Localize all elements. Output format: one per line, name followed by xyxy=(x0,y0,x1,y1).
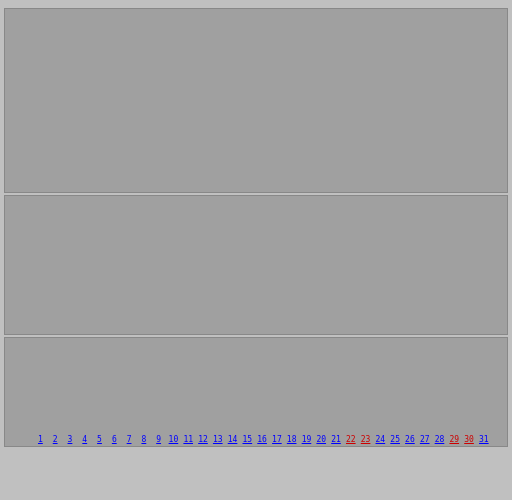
x-label[interactable]: 25 xyxy=(388,435,403,444)
x-label[interactable]: 3 xyxy=(63,435,78,444)
charts-area: 1234567891011121314151617181920212223242… xyxy=(4,8,508,449)
x-label[interactable]: 9 xyxy=(151,435,166,444)
bars-area-1 xyxy=(33,13,491,176)
x-label[interactable]: 15 xyxy=(240,435,255,444)
x-label[interactable]: 2 xyxy=(48,435,63,444)
right-label-2 xyxy=(494,196,508,334)
x-label[interactable]: 29 xyxy=(447,435,462,444)
x-label[interactable]: 21 xyxy=(329,435,344,444)
x-label[interactable]: 30 xyxy=(462,435,477,444)
bars-area-3 xyxy=(33,342,491,430)
x-label[interactable]: 17 xyxy=(270,435,285,444)
x-label[interactable]: 26 xyxy=(403,435,418,444)
x-label[interactable]: 11 xyxy=(181,435,196,444)
x-label[interactable]: 14 xyxy=(225,435,240,444)
x-label[interactable]: 31 xyxy=(476,435,491,444)
x-label[interactable]: 28 xyxy=(432,435,447,444)
x-label[interactable]: 7 xyxy=(122,435,137,444)
panel-volume: 1234567891011121314151617181920212223242… xyxy=(4,337,508,447)
right-label-3 xyxy=(494,338,508,446)
x-label[interactable]: 4 xyxy=(77,435,92,444)
panel-visits xyxy=(4,195,508,335)
x-label[interactable]: 6 xyxy=(107,435,122,444)
x-label[interactable]: 18 xyxy=(284,435,299,444)
bars-area-2 xyxy=(33,200,491,318)
panel-hits xyxy=(4,8,508,193)
x-label[interactable]: 20 xyxy=(314,435,329,444)
x-label[interactable]: 19 xyxy=(299,435,314,444)
x-label[interactable]: 24 xyxy=(373,435,388,444)
x-label[interactable]: 5 xyxy=(92,435,107,444)
x-label[interactable]: 27 xyxy=(417,435,432,444)
x-label[interactable]: 16 xyxy=(255,435,270,444)
chart-container: 1234567891011121314151617181920212223242… xyxy=(0,0,512,500)
right-label-1 xyxy=(494,9,508,192)
x-label[interactable]: 12 xyxy=(196,435,211,444)
x-label[interactable]: 22 xyxy=(343,435,358,444)
x-label[interactable]: 8 xyxy=(136,435,151,444)
x-label[interactable]: 23 xyxy=(358,435,373,444)
x-label[interactable]: 1 xyxy=(33,435,48,444)
x-axis: 1234567891011121314151617181920212223242… xyxy=(33,435,491,444)
x-label[interactable]: 10 xyxy=(166,435,181,444)
x-label[interactable]: 13 xyxy=(210,435,225,444)
